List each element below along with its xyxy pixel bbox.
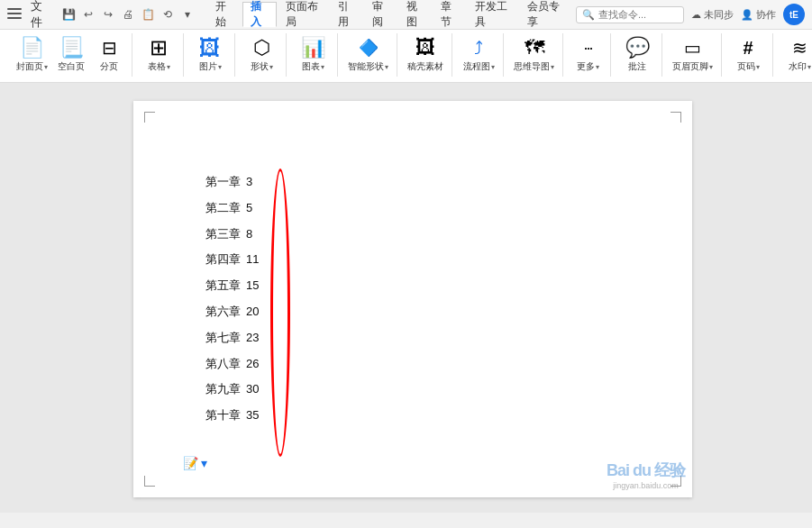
tab-reference[interactable]: 引用 <box>331 2 363 27</box>
chart-button[interactable]: 📊 图表▾ <box>294 33 332 75</box>
ribbon-group-shape-icons: ⬡ 形状▾ <box>242 33 280 75</box>
ribbon-group-comment-icons: 💬 批注 <box>618 33 656 75</box>
user-avatar[interactable]: tE <box>783 4 805 25</box>
watermark-button[interactable]: ≋ 水印▾ <box>780 33 812 75</box>
header-footer-button[interactable]: ▭ 页眉页脚▾ <box>670 33 716 75</box>
smartshape-icon: 🔷 <box>354 35 383 60</box>
shape-icon: ⬡ <box>247 35 276 60</box>
ribbon: 📄 封面页▾ 📃 空白页 ⊟ 分页 ⊞ 表格▾ <box>0 30 812 83</box>
print-icon[interactable]: 🖨 <box>120 6 136 23</box>
toc-chapter: 第七章 <box>205 329 241 348</box>
tab-review[interactable]: 审阅 <box>365 2 397 27</box>
mindmap-button[interactable]: 🗺 思维导图▾ <box>511 33 557 75</box>
table-button[interactable]: ⊞ 表格▾ <box>140 33 178 75</box>
page-break-button[interactable]: ⊟ 分页 <box>92 33 126 75</box>
comment-button[interactable]: 💬 批注 <box>618 33 656 75</box>
toc-content: 第一章3第二章5第三章8第四章11第五章15第六章20第七章23第八章26第九章… <box>205 173 638 425</box>
shape-button[interactable]: ⬡ 形状▾ <box>242 33 280 75</box>
ribbon-group-mindmap-icons: 🗺 思维导图▾ <box>511 33 557 75</box>
ribbon-group-watermark: ≋ 水印▾ <box>775 33 812 77</box>
toc-chapter: 第八章 <box>205 355 241 374</box>
toc-item: 第七章23 <box>205 329 638 348</box>
toc-chapter: 第二章 <box>205 199 241 218</box>
ribbon-group-flowchart: ⤴ 流程图▾ <box>454 33 504 77</box>
note-icon: 📝 <box>183 456 198 470</box>
search-box[interactable]: 🔍 <box>576 6 684 23</box>
hamburger-menu-icon[interactable] <box>7 8 22 21</box>
pagenum-button[interactable]: # 页码▾ <box>729 33 767 75</box>
header-footer-label: 页眉页脚▾ <box>672 60 713 73</box>
tab-insert[interactable]: 插入 <box>242 2 277 27</box>
tab-chapter[interactable]: 章节 <box>433 2 466 27</box>
more-label: 更多▾ <box>577 60 599 73</box>
tab-devtools[interactable]: 开发工具 <box>468 2 518 27</box>
ribbon-group-shape: ⬡ 形状▾ <box>237 33 287 77</box>
tab-vip[interactable]: 会员专享 <box>520 2 570 27</box>
template-button[interactable]: 🖼 稿壳素材 <box>405 33 446 75</box>
toc-chapter: 第九章 <box>205 380 241 399</box>
watermark-overlay: Bai du 经验 jingyan.baidu.com <box>607 460 685 490</box>
cover-page-button[interactable]: 📄 封面页▾ <box>13 33 50 75</box>
sync-button[interactable]: ☁ 未同步 <box>691 8 734 22</box>
ribbon-group-header-icons: ▭ 页眉页脚▾ <box>670 33 716 75</box>
ribbon-content: 📄 封面页▾ 📃 空白页 ⊟ 分页 ⊞ 表格▾ <box>7 33 805 77</box>
image-button[interactable]: 🖼 图片▾ <box>191 33 229 75</box>
search-input[interactable] <box>598 9 680 20</box>
ribbon-group-chart-icons: 📊 图表▾ <box>294 33 332 75</box>
more-icon: ··· <box>573 35 602 60</box>
collab-button[interactable]: 👤 协作 <box>741 8 776 22</box>
toc-chapter: 第三章 <box>205 225 241 244</box>
title-bar: 文件 💾 ↩ ↪ 🖨 📋 ⟲ ▾ 开始 插入 页面布局 引用 审阅 视图 章节 … <box>0 0 812 30</box>
shape-label: 形状▾ <box>251 60 273 73</box>
tab-view[interactable]: 视图 <box>399 2 432 27</box>
toc-item: 第一章3 <box>205 173 638 192</box>
document-area[interactable]: 第一章3第二章5第三章8第四章11第五章15第六章20第七章23第八章26第九章… <box>14 83 812 513</box>
template-label: 稿壳素材 <box>407 60 443 73</box>
mindmap-label: 思维导图▾ <box>514 60 554 73</box>
save-icon[interactable]: 💾 <box>60 6 77 23</box>
toc-page: 15 <box>246 277 259 296</box>
toc-item: 第九章30 <box>205 380 638 399</box>
cover-page-label: 封面页▾ <box>16 60 48 73</box>
sync-label: 未同步 <box>704 8 734 22</box>
flowchart-button[interactable]: ⤴ 流程图▾ <box>460 33 497 75</box>
toc-page: 35 <box>246 406 259 425</box>
title-bar-left: 文件 💾 ↩ ↪ 🖨 📋 ⟲ ▾ 开始 插入 页面布局 引用 审阅 视图 章节 … <box>7 0 570 32</box>
copy-icon[interactable]: 📋 <box>140 6 156 23</box>
smartshape-button[interactable]: 🔷 智能形状▾ <box>345 33 391 75</box>
main-area: 第一章3第二章5第三章8第四章11第五章15第六章20第七章23第八章26第九章… <box>0 83 812 513</box>
toc-page: 26 <box>246 355 259 374</box>
ribbon-group-pagenum: # 页码▾ <box>724 33 773 77</box>
template-icon: 🖼 <box>411 35 440 60</box>
cover-page-icon: 📄 <box>17 35 46 60</box>
ribbon-group-header: ▭ 页眉页脚▾ <box>664 33 722 77</box>
blank-page-button[interactable]: 📃 空白页 <box>54 33 88 75</box>
undo2-icon[interactable]: ⟲ <box>160 6 176 23</box>
page-break-label: 分页 <box>100 60 118 73</box>
blank-page-icon: 📃 <box>57 35 86 60</box>
ribbon-group-pagenum-icons: # 页码▾ <box>729 33 767 75</box>
toc-item: 第六章20 <box>205 303 638 322</box>
toc-chapter: 第六章 <box>205 303 241 322</box>
flowchart-icon: ⤴ <box>464 35 493 60</box>
toc-page: 23 <box>246 329 259 348</box>
ribbon-group-watermark-icons: ≋ 水印▾ <box>780 33 812 75</box>
redo-icon[interactable]: ↪ <box>100 6 116 23</box>
cloud-icon: ☁ <box>691 9 701 21</box>
dropdown-more-icon[interactable]: ▾ <box>179 6 196 23</box>
toc-page: 11 <box>246 250 259 269</box>
document-page: 第一章3第二章5第三章8第四章11第五章15第六章20第七章23第八章26第九章… <box>133 101 692 497</box>
more-button[interactable]: ··· 更多▾ <box>570 33 605 75</box>
undo-icon[interactable]: ↩ <box>80 6 96 23</box>
mindmap-icon: 🗺 <box>520 35 549 60</box>
tab-layout[interactable]: 页面布局 <box>278 2 329 27</box>
toc-item: 第十章35 <box>205 406 638 425</box>
tab-start[interactable]: 开始 <box>208 2 241 27</box>
toc-chapter: 第十章 <box>205 406 241 425</box>
image-icon: 🖼 <box>196 35 224 60</box>
file-menu[interactable]: 文件 <box>27 0 55 32</box>
doc-note-icon: 📝 ▾ <box>183 456 207 470</box>
ribbon-group-more-icons: ··· 更多▾ <box>570 33 605 75</box>
smartshape-label: 智能形状▾ <box>348 60 388 73</box>
header-footer-icon: ▭ <box>679 35 707 60</box>
